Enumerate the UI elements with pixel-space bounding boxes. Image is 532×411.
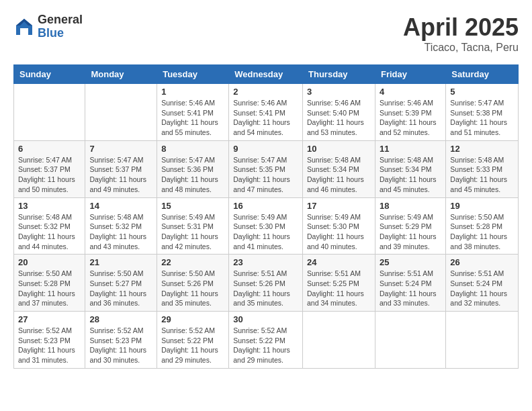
day-number: 10	[307, 144, 371, 154]
calendar-cell	[14, 84, 85, 141]
calendar-cell: 18Sunrise: 5:49 AM Sunset: 5:29 PM Dayli…	[375, 197, 445, 255]
day-info: Sunrise: 5:51 AM Sunset: 5:24 PM Dayligh…	[450, 269, 514, 308]
day-info: Sunrise: 5:51 AM Sunset: 5:25 PM Dayligh…	[307, 269, 371, 308]
calendar-cell: 8Sunrise: 5:47 AM Sunset: 5:36 PM Daylig…	[157, 140, 229, 197]
day-number: 14	[89, 201, 152, 211]
month-year-title: April 2025	[403, 13, 519, 42]
calendar-cell: 16Sunrise: 5:49 AM Sunset: 5:30 PM Dayli…	[229, 197, 303, 255]
calendar-cell	[85, 84, 157, 141]
day-info: Sunrise: 5:47 AM Sunset: 5:36 PM Dayligh…	[161, 155, 224, 195]
day-info: Sunrise: 5:47 AM Sunset: 5:37 PM Dayligh…	[18, 155, 81, 195]
logo: General Blue	[13, 13, 83, 40]
day-info: Sunrise: 5:50 AM Sunset: 5:26 PM Dayligh…	[161, 269, 224, 308]
calendar-cell: 26Sunrise: 5:51 AM Sunset: 5:24 PM Dayli…	[446, 255, 519, 312]
calendar-week-row: 13Sunrise: 5:48 AM Sunset: 5:32 PM Dayli…	[14, 197, 519, 255]
day-number: 12	[450, 144, 514, 154]
day-number: 16	[233, 201, 298, 211]
day-number: 20	[18, 257, 81, 267]
calendar-cell: 13Sunrise: 5:48 AM Sunset: 5:32 PM Dayli…	[14, 197, 85, 255]
day-number: 6	[18, 144, 81, 154]
day-info: Sunrise: 5:48 AM Sunset: 5:34 PM Dayligh…	[380, 155, 441, 195]
day-info: Sunrise: 5:46 AM Sunset: 5:41 PM Dayligh…	[161, 98, 224, 138]
day-info: Sunrise: 5:48 AM Sunset: 5:33 PM Dayligh…	[450, 155, 514, 195]
calendar-cell: 19Sunrise: 5:50 AM Sunset: 5:28 PM Dayli…	[446, 197, 519, 255]
day-number: 8	[161, 144, 224, 154]
calendar-week-row: 1Sunrise: 5:46 AM Sunset: 5:41 PM Daylig…	[14, 84, 519, 141]
day-number: 27	[18, 314, 81, 324]
day-number: 19	[450, 201, 514, 211]
day-number: 29	[161, 314, 224, 324]
day-info: Sunrise: 5:48 AM Sunset: 5:32 PM Dayligh…	[89, 212, 152, 252]
calendar-cell: 11Sunrise: 5:48 AM Sunset: 5:34 PM Dayli…	[375, 140, 445, 197]
calendar-cell: 3Sunrise: 5:46 AM Sunset: 5:40 PM Daylig…	[303, 84, 375, 141]
calendar-cell: 29Sunrise: 5:52 AM Sunset: 5:22 PM Dayli…	[157, 312, 229, 369]
day-info: Sunrise: 5:52 AM Sunset: 5:23 PM Dayligh…	[89, 326, 152, 365]
calendar-cell: 7Sunrise: 5:47 AM Sunset: 5:37 PM Daylig…	[85, 140, 157, 197]
calendar-cell: 12Sunrise: 5:48 AM Sunset: 5:33 PM Dayli…	[446, 140, 519, 197]
day-number: 25	[380, 257, 441, 267]
calendar-cell: 27Sunrise: 5:52 AM Sunset: 5:23 PM Dayli…	[14, 312, 85, 369]
day-info: Sunrise: 5:52 AM Sunset: 5:22 PM Dayligh…	[233, 326, 298, 365]
calendar-cell: 28Sunrise: 5:52 AM Sunset: 5:23 PM Dayli…	[85, 312, 157, 369]
day-info: Sunrise: 5:46 AM Sunset: 5:41 PM Dayligh…	[233, 98, 298, 138]
day-of-week-header: Saturday	[446, 65, 519, 84]
calendar-cell	[303, 312, 375, 369]
day-info: Sunrise: 5:46 AM Sunset: 5:39 PM Dayligh…	[380, 98, 441, 138]
page-header: General Blue April 2025 Ticaco, Tacna, P…	[13, 13, 519, 54]
day-number: 21	[89, 257, 152, 267]
calendar-table: SundayMondayTuesdayWednesdayThursdayFrid…	[13, 64, 519, 369]
day-info: Sunrise: 5:49 AM Sunset: 5:31 PM Dayligh…	[161, 212, 224, 252]
calendar-week-row: 27Sunrise: 5:52 AM Sunset: 5:23 PM Dayli…	[14, 312, 519, 369]
calendar-cell: 15Sunrise: 5:49 AM Sunset: 5:31 PM Dayli…	[157, 197, 229, 255]
calendar-cell: 1Sunrise: 5:46 AM Sunset: 5:41 PM Daylig…	[157, 84, 229, 141]
calendar-cell: 14Sunrise: 5:48 AM Sunset: 5:32 PM Dayli…	[85, 197, 157, 255]
day-number: 13	[18, 201, 81, 211]
calendar-cell: 25Sunrise: 5:51 AM Sunset: 5:24 PM Dayli…	[375, 255, 445, 312]
day-number: 30	[233, 314, 298, 324]
day-number: 3	[307, 87, 371, 97]
day-info: Sunrise: 5:49 AM Sunset: 5:30 PM Dayligh…	[307, 212, 371, 252]
day-number: 28	[89, 314, 152, 324]
day-number: 24	[307, 257, 371, 267]
day-info: Sunrise: 5:50 AM Sunset: 5:27 PM Dayligh…	[89, 269, 152, 308]
day-info: Sunrise: 5:46 AM Sunset: 5:40 PM Dayligh…	[307, 98, 371, 138]
day-info: Sunrise: 5:48 AM Sunset: 5:34 PM Dayligh…	[307, 155, 371, 195]
day-number: 17	[307, 201, 371, 211]
day-number: 4	[380, 87, 441, 97]
logo-icon	[13, 16, 35, 38]
day-info: Sunrise: 5:47 AM Sunset: 5:38 PM Dayligh…	[450, 98, 514, 138]
day-number: 7	[89, 144, 152, 154]
calendar-cell	[375, 312, 445, 369]
day-number: 2	[233, 87, 298, 97]
day-number: 22	[161, 257, 224, 267]
calendar-week-row: 20Sunrise: 5:50 AM Sunset: 5:28 PM Dayli…	[14, 255, 519, 312]
location-subtitle: Ticaco, Tacna, Peru	[403, 42, 519, 54]
calendar-cell: 21Sunrise: 5:50 AM Sunset: 5:27 PM Dayli…	[85, 255, 157, 312]
calendar-cell: 10Sunrise: 5:48 AM Sunset: 5:34 PM Dayli…	[303, 140, 375, 197]
day-number: 23	[233, 257, 298, 267]
day-number: 18	[380, 201, 441, 211]
calendar-cell: 4Sunrise: 5:46 AM Sunset: 5:39 PM Daylig…	[375, 84, 445, 141]
logo-text: General Blue	[38, 13, 83, 40]
day-of-week-header: Tuesday	[157, 65, 229, 84]
calendar-cell: 24Sunrise: 5:51 AM Sunset: 5:25 PM Dayli…	[303, 255, 375, 312]
day-info: Sunrise: 5:52 AM Sunset: 5:22 PM Dayligh…	[161, 326, 224, 365]
logo-general: General	[38, 13, 83, 27]
calendar-cell: 23Sunrise: 5:51 AM Sunset: 5:26 PM Dayli…	[229, 255, 303, 312]
day-number: 26	[450, 257, 514, 267]
day-number: 15	[161, 201, 224, 211]
calendar-cell: 17Sunrise: 5:49 AM Sunset: 5:30 PM Dayli…	[303, 197, 375, 255]
calendar-header-row: SundayMondayTuesdayWednesdayThursdayFrid…	[14, 65, 519, 84]
calendar-cell	[446, 312, 519, 369]
day-number: 5	[450, 87, 514, 97]
calendar-cell: 20Sunrise: 5:50 AM Sunset: 5:28 PM Dayli…	[14, 255, 85, 312]
day-number: 9	[233, 144, 298, 154]
day-of-week-header: Thursday	[303, 65, 375, 84]
day-number: 1	[161, 87, 224, 97]
day-of-week-header: Monday	[85, 65, 157, 84]
day-info: Sunrise: 5:47 AM Sunset: 5:35 PM Dayligh…	[233, 155, 298, 195]
calendar-cell: 5Sunrise: 5:47 AM Sunset: 5:38 PM Daylig…	[446, 84, 519, 141]
calendar-cell: 9Sunrise: 5:47 AM Sunset: 5:35 PM Daylig…	[229, 140, 303, 197]
day-info: Sunrise: 5:50 AM Sunset: 5:28 PM Dayligh…	[18, 269, 81, 308]
svg-rect-2	[20, 28, 28, 35]
